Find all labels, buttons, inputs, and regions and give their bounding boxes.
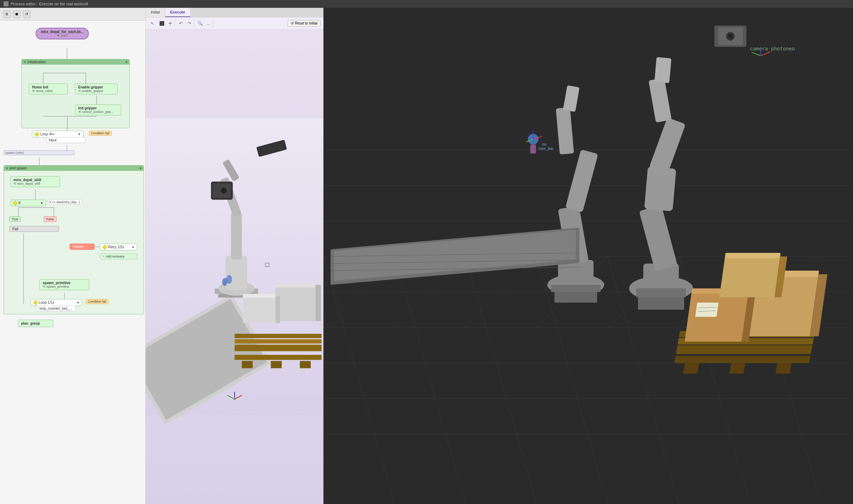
reset-initial-button[interactable]: ↺ Reset to Initial (288, 20, 321, 27)
svg-rect-7 (225, 256, 247, 290)
false-label: False (44, 216, 57, 222)
v-connector-gripper (86, 73, 86, 83)
tab-execute-label: Execute (170, 10, 185, 14)
enable-gripper-sub: ⟲ enable_gripper (78, 89, 114, 93)
undo-icon: ↶ (179, 21, 183, 26)
retry-expand[interactable]: ▾ (132, 245, 134, 249)
input-node[interactable]: Input (46, 137, 85, 143)
3d-view[interactable] (146, 29, 323, 504)
v-connector-home (43, 73, 43, 83)
input-label: Input (49, 138, 57, 142)
svg-rect-98 (776, 363, 792, 374)
robot-label-mc: mc (542, 142, 547, 146)
reset-button[interactable]: ↺ (23, 10, 31, 18)
and-spawn-collapse[interactable]: ▾ (140, 166, 141, 170)
if-condition: 0 == size(mira_dep...) (47, 200, 82, 205)
init-gripper-node[interactable]: Init gripper ⟲ control_suction_grip... (75, 104, 121, 115)
and-spawn-label: and spawn (10, 166, 27, 170)
select-icon: ⬛ (159, 21, 165, 26)
loop-1-expand[interactable]: ▾ (77, 300, 79, 304)
zoom-button[interactable]: 🔍 (196, 20, 204, 27)
v-conn-false (54, 207, 54, 216)
pause-button[interactable]: ⏸ (3, 10, 11, 18)
reset-icon: ↺ (25, 12, 28, 16)
init-collapse[interactable]: ▾ (125, 60, 127, 64)
loop-diamond-icon (34, 131, 39, 136)
zoom-icon: 🔍 (198, 21, 203, 26)
enable-gripper-label: Enable gripper (78, 85, 114, 89)
spawn-retry-label: spawn (retry) (4, 150, 75, 155)
home-init-node[interactable]: Home Init ⟲ move_robot (29, 83, 68, 94)
svg-rect-76 (644, 166, 676, 211)
loop-4-expand[interactable]: ▾ (79, 132, 80, 136)
retry-node[interactable]: Retry 1/2x ▾ (100, 244, 137, 250)
v-conn-init-bottom (67, 116, 68, 129)
more-button[interactable]: … (205, 20, 213, 27)
scene-svg (146, 29, 323, 504)
loop-1-condition: Condition fail (86, 299, 108, 304)
tab-execute[interactable]: Execute (165, 8, 191, 17)
add-recovery-node[interactable]: + Add recovery (100, 254, 137, 259)
v-conn-fail-bottom (23, 233, 24, 304)
svg-rect-26 (243, 296, 275, 323)
svg-point-61 (728, 34, 733, 38)
conn-spawn-and (39, 157, 39, 165)
app-container: Process editor - Execute on the real wor… (0, 0, 853, 504)
loop-4-condition-label: Condition fail (89, 131, 112, 136)
camera-label: camera_photoneo (750, 46, 795, 52)
enable-gripper-node[interactable]: Enable gripper ⟲ enable_gripper (75, 83, 118, 94)
reset-icon-btn: ↺ (291, 21, 294, 25)
mira-depal-node[interactable]: mira_depal_skill ⟲ mira_depal_skill (10, 176, 60, 187)
h-conn-init-bottom (43, 116, 96, 116)
select-tool-button[interactable]: ⬛ (158, 20, 166, 27)
plan-grasp-node[interactable]: plan_grasp (18, 320, 53, 327)
loop-4-node[interactable]: Loop 4/∞ ▾ (32, 131, 84, 137)
pause-icon: ⏸ (5, 12, 9, 16)
robot-label-rotor: rotor_link (538, 147, 553, 151)
start-node[interactable]: mira_depal_for_each.bt... ⚑ Start (36, 28, 100, 39)
flow-container: mira_depal_for_each.bt... ⚑ Start ≡ Init… (4, 24, 139, 344)
add-recovery-label: Add recovery (106, 255, 124, 258)
initialization-section: ≡ Initialization ▾ Home Init ⟲ m (21, 59, 130, 128)
if-expand[interactable]: ▾ (41, 201, 43, 205)
svg-rect-25 (316, 285, 321, 321)
and-spawn-icon: ≡ (6, 166, 8, 170)
failure-node[interactable]: Failure (70, 244, 95, 250)
svg-rect-102 (685, 292, 749, 342)
undo-button[interactable]: ↶ (177, 20, 185, 27)
reset-initial-label: Reset to Initial (295, 21, 317, 25)
cursor-tool-button[interactable]: ↖ (149, 20, 156, 27)
loop-4-condition: Condition fail (89, 131, 112, 136)
app-title: Process editor - Execute on the real wor… (11, 2, 88, 6)
false-node[interactable]: False (44, 216, 57, 222)
conn-spawn-loop1 (64, 293, 65, 299)
spawn-primitive-node[interactable]: spawn_primitive ⟲ spawn_primitive (39, 279, 89, 290)
retry-diamond-icon (102, 244, 107, 249)
move-tool-button[interactable]: ✛ (167, 20, 175, 27)
svg-rect-23 (275, 285, 315, 321)
svg-rect-97 (729, 363, 745, 374)
if-node[interactable]: If ▾ (10, 200, 46, 206)
init-icon: ≡ (24, 60, 26, 64)
redo-button[interactable]: ↷ (186, 20, 194, 27)
stop-button[interactable]: ⏹ (13, 10, 21, 18)
svg-point-13 (221, 188, 226, 194)
process-content: mira_depal_for_each.bt... ⚑ Start ≡ Init… (0, 21, 145, 504)
true-node[interactable]: True (9, 216, 21, 222)
svg-rect-24 (275, 283, 315, 287)
more-icon: … (206, 21, 211, 26)
svg-point-15 (222, 278, 227, 286)
svg-rect-92 (676, 345, 812, 354)
loop-1-node[interactable]: Loop 1/1x ▾ (31, 299, 82, 306)
mira-depal-label: mira_depal_skill (14, 178, 57, 182)
svg-rect-8 (231, 212, 242, 260)
start-sub: ⚑ Start (41, 34, 84, 37)
init-gripper-sub: ⟲ control_suction_grip... (78, 110, 118, 114)
svg-rect-72 (554, 292, 597, 303)
cursor-icon: ↖ (151, 21, 154, 26)
svg-rect-28 (275, 296, 280, 323)
tab-initial[interactable]: Initial (146, 8, 165, 17)
conn-mira-if (35, 190, 36, 200)
loop-counter-text: loop_counter_key_... (39, 307, 73, 310)
svg-rect-27 (243, 294, 275, 298)
